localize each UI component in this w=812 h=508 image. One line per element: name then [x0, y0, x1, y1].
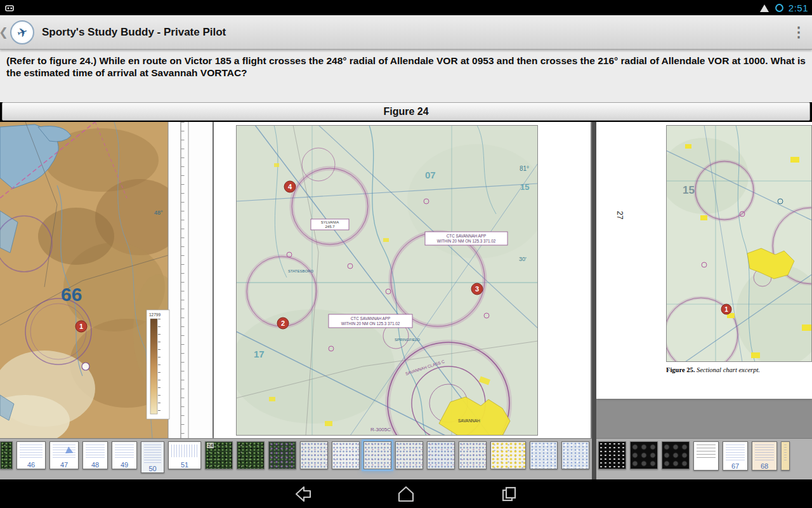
- latitude-label: 48°: [154, 210, 163, 216]
- page-thumbnail[interactable]: 24: [205, 441, 233, 469]
- svg-text:CTC SAVANNAH APP: CTC SAVANNAH APP: [351, 316, 390, 321]
- thumbnail-label: 51: [169, 461, 200, 469]
- page-thumbnail[interactable]: 47: [49, 441, 79, 469]
- figure-header-label: Figure 24: [383, 106, 428, 117]
- page-thumbnail[interactable]: 46: [16, 441, 46, 469]
- savannah-city-label: SAVANNAH: [458, 418, 480, 423]
- content-area: 66 1 48° 12799: [0, 122, 812, 479]
- page-thumbnail[interactable]: 50: [141, 441, 164, 473]
- svg-text:CTC SAVANNAH APP: CTC SAVANNAH APP: [447, 234, 486, 238]
- svg-text:245.7: 245.7: [325, 225, 335, 229]
- min-30-label: 30': [519, 256, 527, 262]
- status-bar: 2:51: [0, 0, 812, 15]
- thumbnail-label: 24: [207, 443, 214, 448]
- page-thumbnail[interactable]: [363, 441, 391, 469]
- thumbnail-label: 46: [17, 461, 45, 469]
- springfield-label: SPRINGFIELD: [395, 338, 421, 342]
- page-thumbnail[interactable]: [0, 441, 13, 469]
- svg-text:1: 1: [79, 323, 83, 330]
- thumbnail-label: 47: [50, 461, 78, 469]
- page-thumbnail[interactable]: 68: [752, 441, 777, 471]
- app-logo: ✈: [10, 20, 34, 44]
- svg-text:WITHIN 20 NM ON 125.3 371.02: WITHIN 20 NM ON 125.3 371.02: [437, 239, 496, 243]
- page-thumbnail[interactable]: [561, 441, 589, 469]
- thumbnail-label: 68: [752, 462, 776, 470]
- num-15-label: 15: [520, 182, 529, 192]
- back-nav-icon[interactable]: [293, 485, 313, 504]
- num-15-label: 15: [683, 184, 695, 196]
- usb-icon: [4, 3, 15, 13]
- figure-viewer-pane: 66 1 48° 12799: [0, 122, 592, 479]
- marker-1: 1: [721, 304, 731, 314]
- page-thumbnail[interactable]: [459, 441, 487, 469]
- page-thumbnail[interactable]: [268, 441, 296, 469]
- num-17-label: 17: [254, 349, 265, 359]
- svg-text:12799: 12799: [149, 312, 160, 317]
- page-thumbnail[interactable]: [693, 441, 719, 471]
- quadrant-label: 07: [425, 170, 436, 180]
- page-thumbnail[interactable]: 49: [112, 441, 137, 469]
- sylvania-vor-box: SYLVANIA 245.7: [311, 219, 349, 230]
- elevation-legend: 12799: [147, 310, 169, 419]
- app-title: Sporty's Study Buddy - Private Pilot: [42, 26, 785, 39]
- restricted-area-label: R-3005C: [370, 427, 391, 432]
- terrain-chart-page[interactable]: 66 1 48° 12799: [0, 122, 213, 438]
- marker-3: 3: [471, 283, 483, 295]
- book-page-viewer[interactable]: 27: [596, 122, 812, 438]
- svg-text:2: 2: [281, 319, 285, 327]
- page-thumbnail[interactable]: [300, 441, 328, 469]
- svg-text:1: 1: [724, 306, 728, 313]
- ctc-box-top: CTC SAVANNAH APP WITHIN 20 NM ON 125.3 3…: [425, 232, 508, 245]
- marker-4: 4: [284, 181, 296, 192]
- svg-text:3: 3: [475, 285, 479, 293]
- question-text: (Refer to figure 24.) While en route on …: [0, 49, 812, 102]
- figure-header-button[interactable]: Figure 24: [2, 102, 810, 121]
- airplane-icon: ✈: [15, 23, 29, 41]
- page-thumbnail[interactable]: 51: [168, 441, 201, 469]
- thumbnail-label: 48: [83, 461, 107, 469]
- page-thumbnail[interactable]: 48: [82, 441, 108, 469]
- android-screen: 2:51 ❮ ✈ Sporty's Study Buddy - Private …: [0, 0, 812, 508]
- sync-circle-icon: [775, 3, 784, 13]
- page-thumbnail[interactable]: [427, 441, 455, 469]
- page-thumbnail[interactable]: [662, 441, 690, 469]
- back-chevron-icon[interactable]: ❮: [0, 25, 6, 39]
- page-thumbnail[interactable]: [530, 441, 558, 469]
- book-page[interactable]: 27: [596, 122, 812, 399]
- marker-1: 1: [75, 321, 87, 332]
- svg-text:4: 4: [288, 183, 292, 190]
- savannah-sectional-chart[interactable]: CTC SAVANNAH APP WITHIN 20 NM ON 125.3 3…: [236, 125, 538, 436]
- page-thumbnail[interactable]: [490, 441, 526, 469]
- ctc-box-mid: CTC SAVANNAH APP WITHIN 20 NM ON 125.3 3…: [329, 314, 412, 328]
- book-page-number: 27: [615, 211, 624, 219]
- figure-filmstrip[interactable]: 46 47 48 49 50 51 24: [0, 438, 592, 479]
- page-thumbnail[interactable]: 67: [723, 441, 748, 471]
- terrain-sectional-chart[interactable]: 66 1 48° 12799: [0, 122, 213, 438]
- svg-text:SYLVANIA: SYLVANIA: [321, 220, 339, 224]
- wifi-icon: [759, 3, 770, 13]
- figure-25-chart[interactable]: 15 1: [666, 125, 812, 362]
- thumbnail-label: 67: [723, 462, 747, 470]
- pane-divider: [592, 122, 596, 479]
- sectional-chart-page[interactable]: CTC SAVANNAH APP WITHIN 20 NM ON 125.3 3…: [214, 122, 591, 438]
- page-thumbnail[interactable]: [395, 441, 423, 469]
- book-page-pane: 27: [596, 122, 812, 479]
- page-thumbnail[interactable]: [630, 441, 658, 469]
- status-time: 2:51: [789, 3, 808, 13]
- page-thumbnail[interactable]: [781, 441, 790, 471]
- home-nav-icon[interactable]: [396, 485, 416, 504]
- page-thumbnail[interactable]: [332, 441, 360, 469]
- overflow-menu-icon[interactable]: ⋮: [785, 26, 812, 39]
- recents-nav-icon[interactable]: [499, 485, 519, 504]
- svg-text:WITHIN 20 NM ON 125.3 371.02: WITHIN 20 NM ON 125.3 371.02: [341, 321, 400, 326]
- thumbnail-label: 50: [141, 465, 164, 472]
- figure-viewer[interactable]: 66 1 48° 12799: [0, 122, 592, 438]
- page-thumbnail[interactable]: [237, 441, 265, 469]
- book-filmstrip[interactable]: 67 68: [596, 438, 812, 479]
- figure-caption: Figure 25. Sectional chart excerpt.: [666, 366, 760, 373]
- marker-2: 2: [277, 318, 289, 329]
- page-thumbnail[interactable]: [598, 441, 626, 469]
- app-header: ❮ ✈ Sporty's Study Buddy - Private Pilot…: [0, 15, 812, 50]
- terrain-big-number: 66: [61, 284, 82, 305]
- statesboro-label: STATESBORO: [288, 269, 313, 273]
